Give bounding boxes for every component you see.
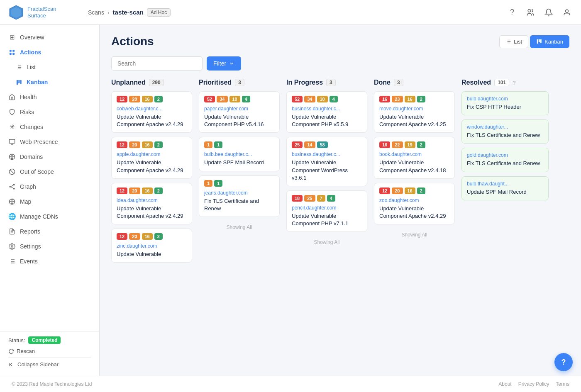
sidebar-item-reports[interactable]: Reports [0,224,99,239]
col-header-prioritised: Prioritised 3 [199,79,280,86]
sidebar-item-changes[interactable]: ✳ Changes [0,119,99,134]
sidebar-nav: ⊞ Overview Actions List [0,25,99,331]
list-view-button[interactable]: List [499,35,528,48]
card-domain: jeans.daughter.com [204,190,274,196]
sidebar-item-settings[interactable]: Settings [0,239,99,254]
sidebar-item-out-of-scope[interactable]: Out of Scope [0,164,99,179]
footer-link-terms[interactable]: Terms [556,381,569,387]
kanban-card[interactable]: 11bulb.bee.daughter.c...Update SPF Mail … [199,137,280,171]
kanban-card[interactable]: 11jeans.daughter.comFix TLS Certificate … [199,175,280,217]
sidebar-item-health[interactable]: Health [0,90,99,105]
sidebar-item-overview[interactable]: ⊞ Overview [0,30,99,45]
list-icon [15,63,22,71]
page-title: Actions [111,35,154,48]
kanban-card[interactable]: gold.daughter.comFix TLS Certificate and… [461,148,549,172]
collapse-sidebar-button[interactable]: Collapse Sidebar [8,358,91,371]
card-badge: 12 [117,96,127,102]
sidebar-item-risks[interactable]: Risks [0,105,99,119]
card-badges: 1220162 [117,187,187,194]
sidebar-item-actions[interactable]: Actions [0,45,99,60]
kanban-card[interactable]: bulb.thaw.daught...Update SPF Mail Recor… [461,176,549,200]
kanban-card[interactable]: 5234104paper.daughter.comUpdate Vulnerab… [199,91,280,133]
kanban-card[interactable]: 1220162idea.daughter.comUpdate Vulnerabl… [111,183,192,224]
sidebar-item-events[interactable]: Events [0,254,99,269]
help-fab-button[interactable]: ? [554,353,573,371]
card-badges: 1220162 [117,233,187,240]
col-title-unplanned: Unplanned [111,79,146,86]
card-badge: 12 [379,187,390,194]
kanban-card[interactable]: window.daughter...Fix TLS Certificate an… [461,119,549,144]
overview-icon: ⊞ [8,34,16,41]
card-badges: 5234104 [204,96,274,102]
sidebar-item-label: Kanban [27,79,48,85]
breadcrumb-scans[interactable]: Scans [88,9,104,16]
sidebar-item-manage-cdns[interactable]: 🌐 Manage CDNs [0,209,99,224]
kanban-cards-prioritised: 5234104paper.daughter.comUpdate Vulnerab… [199,91,280,234]
help-icon[interactable]: ? [506,7,518,18]
sidebar-item-label: Overview [20,34,44,41]
card-title: Fix TLS Certificate and Renew [467,160,543,167]
card-title: Update Vulnerable [117,251,187,258]
footer-link-about[interactable]: About [498,381,511,387]
footer-link-privacy-policy[interactable]: Privacy Policy [518,381,549,387]
resolved-info-icon[interactable]: ? [513,80,515,86]
actions-icon [8,49,16,56]
kanban-card[interactable]: 5234104business.daughter.c...Update Vuln… [286,91,367,133]
main-content: Actions List Kanban Filter Unplann [100,25,581,376]
kanban-cards-in-progress: 5234104business.daughter.c...Update Vuln… [286,91,367,248]
filter-button[interactable]: Filter [207,56,241,71]
user-icon[interactable] [561,7,573,18]
sidebar-item-label: Changes [20,124,43,130]
sidebar-item-list[interactable]: List [0,60,99,75]
view-toggle: List Kanban [499,35,569,48]
rescan-button[interactable]: Rescan [8,348,91,354]
card-badge: 1 [214,141,222,148]
card-badges: 1623162 [379,96,449,102]
kanban-card[interactable]: 1220162cobweb.daughter.c...Update Vulner… [111,91,192,133]
sidebar-item-label: Events [20,258,38,265]
kanban-card[interactable]: 1220162apple.daughter.comUpdate Vulnerab… [111,137,192,178]
card-title: Update Vulnerable Component WordPress v3… [292,159,362,182]
sidebar-item-graph[interactable]: Graph [0,179,99,194]
kanban-card[interactable]: 251458business.daughter.c...Update Vulne… [286,137,367,186]
card-domain: gold.daughter.com [467,152,543,158]
logo[interactable]: FractalScan Surface [8,5,83,20]
kanban-view-button[interactable]: Kanban [530,35,569,48]
card-badge: 20 [129,233,140,240]
filter-label: Filter [213,60,226,67]
sidebar-item-map[interactable]: Map [0,194,99,209]
card-badge: 58 [317,141,328,148]
card-badge: 1 [204,180,212,187]
card-badge: 34 [304,96,315,102]
sidebar-item-kanban[interactable]: Kanban [0,75,99,90]
breadcrumb-current: taste-scan [113,9,144,16]
users-icon[interactable] [525,7,536,18]
sidebar-item-web-presence[interactable]: Web Presence [0,134,99,149]
card-badges: 1220162 [379,187,449,194]
kanban-card[interactable]: 1220162zinc.daughter.comUpdate Vulnerabl… [111,229,192,263]
sidebar-item-domains[interactable]: Domains [0,149,99,164]
card-badges: 5234104 [292,96,362,102]
bell-icon[interactable] [543,7,554,18]
card-badge: 16 [379,96,390,102]
card-badge: 2 [417,141,425,148]
kanban-cards-resolved: bulb.daughter.comFix CSP HTTP Headerwind… [461,91,549,200]
sidebar-item-label: Out of Scope [20,168,54,175]
kanban-card[interactable]: 1220162zoo.daughter.comUpdate Vulnerable… [374,183,455,224]
kanban-card[interactable]: bulb.daughter.comFix CSP HTTP Header [461,91,549,115]
kanban-card[interactable]: 1622192book.daughter.comUpdate Vulnerabl… [374,137,455,178]
svg-rect-17 [9,139,15,143]
card-title: Update SPF Mail Record [204,159,274,166]
card-domain: business.daughter.c... [292,151,362,157]
col-count-resolved: 101 [494,79,509,86]
card-badge: 20 [129,96,140,102]
kanban-card[interactable]: 1623162move.daughter.comUpdate Vulnerabl… [374,91,455,133]
svg-rect-5 [12,50,15,52]
kanban-card[interactable]: 182574pencil.daughter.comUpdate Vulnerab… [286,190,367,232]
sidebar-item-label: List [27,64,36,71]
card-badge: 18 [292,195,303,202]
svg-line-27 [11,185,14,187]
card-badges: 1220162 [117,141,187,148]
kanban-col-prioritised: Prioritised 35234104paper.daughter.comUp… [199,79,280,263]
search-input[interactable] [111,56,203,71]
